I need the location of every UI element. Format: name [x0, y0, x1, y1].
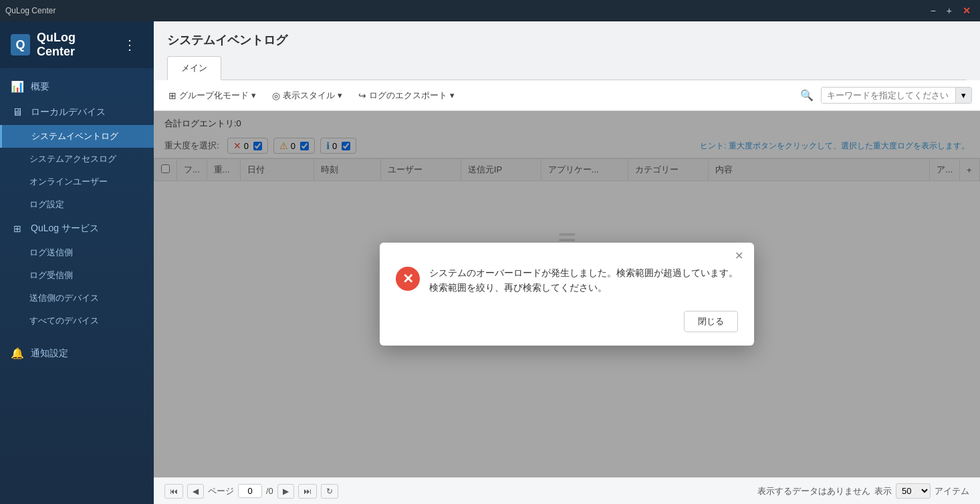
tab-bar: メイン: [167, 56, 967, 80]
app-title: QuLog Center: [5, 6, 55, 15]
search-dropdown-button[interactable]: ▾: [955, 88, 971, 103]
display-style-icon: ◎: [272, 90, 280, 101]
dialog-error-icon: ✕: [396, 267, 420, 291]
dialog-close-button[interactable]: 閉じる: [684, 311, 738, 332]
sidebar-item-system-event-log[interactable]: システムイベントログ: [0, 125, 154, 148]
titlebar: QuLog Center − + ✕: [0, 0, 980, 21]
first-page-button[interactable]: ⏮: [164, 484, 183, 499]
toolbar-right: 🔍 ▾: [797, 86, 972, 105]
per-page-select[interactable]: 50 100 200: [896, 483, 931, 499]
sidebar-item-overview[interactable]: 📊 概要: [0, 74, 154, 100]
sidebar-logo: Q QuLog Center ⋮: [0, 21, 154, 68]
sidebar-label-all-devices: すべてのデバイス: [29, 316, 99, 326]
page-title: システムイベントログ: [167, 32, 967, 48]
sidebar-item-label-overview: 概要: [31, 81, 49, 93]
sidebar: Q QuLog Center ⋮ 📊 概要 🖥 ローカルデバイス システムイベン…: [0, 21, 154, 504]
dialog-close-x-button[interactable]: ✕: [731, 249, 747, 263]
logo-text: QuLog Center: [37, 31, 110, 59]
toolbar: ⊞ グループ化モード ▾ ◎ 表示スタイル ▾ ↪ ログのエクスポート ▾ 🔍 …: [154, 80, 980, 111]
content-body: 合計ログエントリ:0 重大度を選択: ✕ 0 ⚠ 0 ℹ 0: [154, 111, 980, 477]
sidebar-item-online-users[interactable]: オンラインユーザー: [0, 170, 154, 193]
sidebar-item-notification-settings[interactable]: 🔔 通知設定: [0, 340, 154, 366]
overview-icon: 📊: [11, 80, 24, 93]
sidebar-label-system-access-log: システムアクセスログ: [29, 154, 116, 164]
main-content: システムイベントログ メイン ⊞ グループ化モード ▾ ◎ 表示スタイル ▾ ↪…: [154, 21, 980, 504]
sidebar-item-log-sender[interactable]: ログ送信側: [0, 241, 154, 264]
error-dialog: ✕ ✕ システムのオーバーロードが発生しました。検索範囲が超過しています。検索範…: [380, 243, 754, 346]
items-label: アイテム: [935, 485, 969, 497]
pagination-right: 表示するデータはありません 表示 50 100 200 アイテム: [757, 483, 969, 499]
sidebar-item-local-device[interactable]: 🖥 ローカルデバイス: [0, 100, 154, 125]
next-page-button[interactable]: ▶: [277, 484, 294, 499]
page-label: ページ: [208, 485, 234, 497]
page-number-input[interactable]: [238, 484, 262, 498]
display-style-label: 表示スタイル: [283, 90, 335, 102]
sidebar-item-log-receiver[interactable]: ログ受信側: [0, 264, 154, 287]
export-log-label: ログのエクスポート: [369, 90, 447, 102]
tab-main-label: メイン: [181, 63, 207, 73]
sidebar-label-qulog-service: QuLog サービス: [31, 223, 99, 235]
sidebar-label-online-users: オンラインユーザー: [29, 176, 108, 186]
dialog-footer: 閉じる: [380, 311, 754, 346]
minimize-button[interactable]: −: [927, 4, 940, 17]
show-label: 表示: [874, 485, 892, 497]
close-button[interactable]: ✕: [959, 4, 975, 17]
sidebar-label-log-settings: ログ設定: [29, 199, 64, 209]
sidebar-label-notification-settings: 通知設定: [31, 348, 68, 360]
export-log-dropdown-icon: ▾: [450, 90, 455, 100]
window-controls[interactable]: − + ✕: [927, 4, 975, 17]
search-input[interactable]: [822, 88, 955, 103]
group-mode-button[interactable]: ⊞ グループ化モード ▾: [162, 86, 263, 105]
sidebar-item-all-devices[interactable]: すべてのデバイス: [0, 309, 154, 332]
total-pages: /0: [266, 486, 273, 496]
sidebar-label-sender-devices: 送信側のデバイス: [29, 293, 99, 303]
sidebar-item-sender-devices[interactable]: 送信側のデバイス: [0, 287, 154, 309]
search-input-wrap: ▾: [821, 87, 972, 104]
sidebar-item-label-local-device: ローカルデバイス: [31, 106, 106, 118]
app-layout: Q QuLog Center ⋮ 📊 概要 🖥 ローカルデバイス システムイベン…: [0, 21, 980, 504]
sidebar-label-system-event-log: システムイベントログ: [31, 131, 118, 141]
dialog-body: ✕ システムのオーバーロードが発生しました。検索範囲が超過しています。検索範囲を…: [380, 263, 754, 311]
sidebar-item-log-settings[interactable]: ログ設定: [0, 193, 154, 216]
pagination-bar: ⏮ ◀ ページ /0 ▶ ⏭ ↻ 表示するデータはありません 表示 50 100…: [154, 477, 980, 504]
dialog-message: システムのオーバーロードが発生しました。検索範囲が超過しています。検索範囲を絞り…: [429, 265, 738, 295]
last-page-button[interactable]: ⏭: [298, 484, 317, 499]
display-style-button[interactable]: ◎ 表示スタイル ▾: [265, 86, 349, 105]
local-device-icon: 🖥: [11, 106, 24, 118]
group-mode-icon: ⊞: [168, 90, 176, 101]
dialog-header: ✕: [380, 243, 754, 263]
refresh-button[interactable]: ↻: [321, 484, 338, 499]
display-style-dropdown-icon: ▾: [338, 90, 342, 100]
search-icon-button[interactable]: 🔍: [797, 86, 817, 105]
tab-main[interactable]: メイン: [167, 56, 221, 80]
titlebar-title-area: QuLog Center: [5, 6, 55, 15]
notification-settings-icon: 🔔: [11, 347, 24, 360]
maximize-button[interactable]: +: [943, 4, 956, 17]
prev-page-button[interactable]: ◀: [187, 484, 204, 499]
group-mode-label: グループ化モード: [179, 90, 249, 102]
sidebar-nav: 📊 概要 🖥 ローカルデバイス システムイベントログ システムアクセスログ オン…: [0, 68, 154, 504]
sidebar-item-system-access-log[interactable]: システムアクセスログ: [0, 148, 154, 170]
logo-icon: Q: [11, 34, 30, 55]
group-mode-dropdown-icon: ▾: [251, 90, 256, 100]
sidebar-label-log-sender: ログ送信側: [29, 247, 73, 257]
export-log-icon: ↪: [358, 90, 366, 101]
content-header: システムイベントログ メイン: [154, 21, 980, 80]
no-data-label: 表示するデータはありません: [757, 485, 870, 497]
sidebar-label-log-receiver: ログ受信側: [29, 270, 73, 280]
menu-dots-button[interactable]: ⋮: [116, 34, 143, 55]
dialog-overlay: ✕ ✕ システムのオーバーロードが発生しました。検索範囲が超過しています。検索範…: [154, 111, 980, 477]
sidebar-item-qulog-service[interactable]: ⊞ QuLog サービス: [0, 216, 154, 241]
qulog-service-icon: ⊞: [11, 223, 24, 234]
export-log-button[interactable]: ↪ ログのエクスポート ▾: [352, 86, 461, 105]
